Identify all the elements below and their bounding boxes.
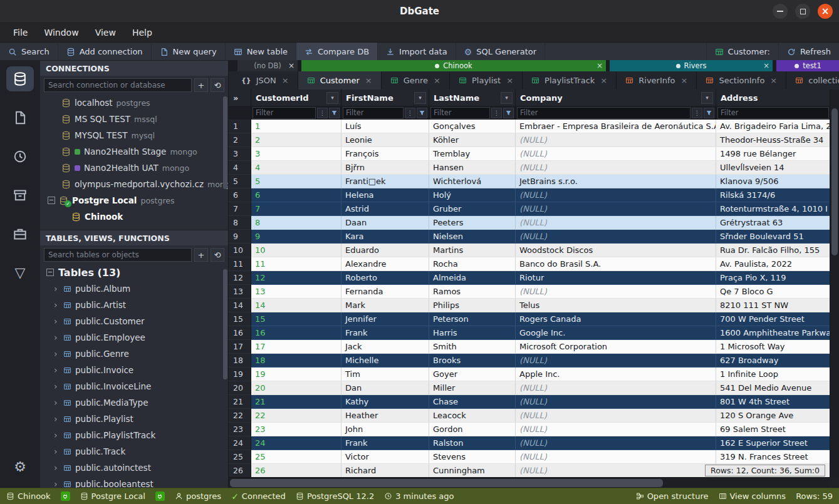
cell-address[interactable]: Klanova 9/506 <box>716 175 830 188</box>
cell-lastname[interactable]: Nielsen <box>429 230 516 244</box>
cell-firstname[interactable]: Richard <box>341 464 429 478</box>
cell-firstname[interactable]: Daan <box>341 216 429 230</box>
column-menu-button[interactable]: ▾ <box>326 92 338 104</box>
cell-firstname[interactable]: Mark <box>341 299 429 312</box>
cell-customerid[interactable]: 17 <box>251 340 341 354</box>
cell-address[interactable]: 1 Infinite Loop <box>716 368 830 381</box>
cell-firstname[interactable]: Franti□ek <box>341 175 429 188</box>
table-public-playlist[interactable]: ›public.Playlist <box>40 411 228 427</box>
expand-chevron[interactable]: › <box>54 430 60 440</box>
cell-customerid[interactable]: 10 <box>251 244 341 257</box>
cell-company[interactable]: Banco do Brasil S.A. <box>516 257 716 271</box>
cell-customerid[interactable]: 18 <box>251 354 341 368</box>
cell-company[interactable]: (NULL) <box>516 423 716 436</box>
cell-address[interactable]: Ullevĺlsveien 14 <box>716 161 830 175</box>
tab-customer[interactable]: Customer× <box>298 71 382 90</box>
table-public-mediatype[interactable]: ›public.MediaType <box>40 394 228 411</box>
cell-firstname[interactable]: Bjřrn <box>341 161 429 175</box>
toolbar-search-button[interactable]: Search <box>0 43 58 61</box>
cell-customerid[interactable]: 14 <box>251 299 341 312</box>
minimize-button[interactable] <box>773 4 788 19</box>
cell-company[interactable]: (NULL) <box>516 216 716 230</box>
table-public-employee[interactable]: ›public.Employee <box>40 329 228 346</box>
expand-chevron[interactable]: › <box>54 446 60 456</box>
cell-company[interactable]: (NULL) <box>516 133 716 147</box>
cell-address[interactable]: 700 W Pender Street <box>716 312 830 326</box>
cell-firstname[interactable]: Kathy <box>341 395 429 409</box>
tab-riverinfo[interactable]: RiverInfo× <box>617 71 697 90</box>
toolbar-add-connection-button[interactable]: Add connection <box>58 43 152 61</box>
expand-rows-button[interactable]: » <box>229 90 251 106</box>
cell-customerid[interactable]: 21 <box>251 395 341 409</box>
filter-funnel-button[interactable] <box>704 108 714 118</box>
cell-lastname[interactable]: Brooks <box>429 354 516 368</box>
cell-firstname[interactable]: Frank <box>341 436 429 450</box>
expand-chevron[interactable]: › <box>54 300 60 310</box>
cell-lastname[interactable]: Ralston <box>429 436 516 450</box>
add-table-mini-button[interactable]: + <box>194 248 208 262</box>
table-public-invoiceline[interactable]: ›public.InvoiceLine <box>40 378 228 394</box>
tab-playlist[interactable]: Playlist× <box>450 71 523 90</box>
cell-customerid[interactable]: 8 <box>251 216 341 230</box>
maximize-button[interactable] <box>795 4 810 19</box>
table-public-album[interactable]: ›public.Album <box>40 280 228 297</box>
cell-firstname[interactable]: Luís <box>341 120 429 133</box>
close-icon[interactable]: × <box>681 76 688 85</box>
tab-playlisttrack[interactable]: PlaylistTrack× <box>523 71 617 90</box>
cell-company[interactable]: (NULL) <box>516 188 716 202</box>
cell-address[interactable]: Rilská 3174/6 <box>716 188 830 202</box>
filter-input-company[interactable] <box>517 107 690 119</box>
cell-company[interactable]: (NULL) <box>516 354 716 368</box>
connection-postgre-local[interactable]: −✓Postgre Localpostgres <box>40 192 228 208</box>
activity-cell-data-button[interactable]: ▽ <box>6 260 34 285</box>
cell-lastname[interactable]: Rocha <box>429 257 516 271</box>
cell-lastname[interactable]: Wichterlová <box>429 175 516 188</box>
cell-address[interactable]: Av. Brigadeiro Faria Lima, 2 <box>716 120 830 133</box>
table-public-playlisttrack[interactable]: ›public.PlaylistTrack <box>40 427 228 443</box>
cell-customerid[interactable]: 16 <box>251 326 341 340</box>
cell-lastname[interactable]: Cunningham <box>429 464 516 478</box>
expand-chevron[interactable]: › <box>54 332 60 342</box>
cell-customerid[interactable]: 11 <box>251 257 341 271</box>
activity-query-history-button[interactable] <box>6 144 34 169</box>
close-icon[interactable]: × <box>434 76 440 85</box>
menu-window[interactable]: Window <box>36 25 86 40</box>
table-public-genre[interactable]: ›public.Genre <box>40 346 228 362</box>
column-header-company[interactable]: Company▾ <box>516 90 716 106</box>
connection-olympus-medportal-vychozi-cz[interactable]: olympus-medportal.vychozi.czmongo <box>40 176 228 192</box>
column-menu-button[interactable]: ▾ <box>701 92 713 104</box>
cell-address[interactable]: 801 W 4th Street <box>716 395 830 409</box>
cell-lastname[interactable]: Peeters <box>429 216 516 230</box>
cell-firstname[interactable]: Astrid <box>341 202 429 216</box>
cell-company[interactable]: JetBrains s.r.o. <box>516 175 716 188</box>
cell-address[interactable]: 1 Microsoft Way <box>716 340 830 354</box>
cell-company[interactable]: Embraer - Empresa Brasileira de Aeronáut… <box>516 120 716 133</box>
cell-address[interactable]: Grétrystraat 63 <box>716 216 830 230</box>
cell-address[interactable]: Praça Pio X, 119 <box>716 271 830 285</box>
cell-lastname[interactable]: Goyer <box>429 368 516 381</box>
close-icon[interactable]: × <box>597 61 603 70</box>
cell-firstname[interactable]: John <box>341 423 429 436</box>
cell-customerid[interactable]: 25 <box>251 450 341 464</box>
cell-company[interactable]: (NULL) <box>516 395 716 409</box>
cell-lastname[interactable]: Ramos <box>429 285 516 299</box>
cell-lastname[interactable]: Almeida <box>429 271 516 285</box>
filter-input-firstname[interactable] <box>343 107 404 119</box>
cell-customerid[interactable]: 6 <box>251 188 341 202</box>
cell-firstname[interactable]: Victor <box>341 450 429 464</box>
cell-customerid[interactable]: 4 <box>251 161 341 175</box>
filter-funnel-button[interactable] <box>329 108 340 118</box>
cell-company[interactable]: (NULL) <box>516 202 716 216</box>
close-icon[interactable]: × <box>770 76 777 85</box>
close-button[interactable]: × <box>818 4 833 19</box>
cell-lastname[interactable]: Gruber <box>429 202 516 216</box>
expand-chevron[interactable]: › <box>54 479 60 488</box>
cell-company[interactable]: (NULL) <box>516 464 716 478</box>
cell-lastname[interactable]: Martins <box>429 244 516 257</box>
refresh-connections-button[interactable]: ⟲ <box>211 78 224 92</box>
cell-customerid[interactable]: 12 <box>251 271 341 285</box>
cell-lastname[interactable]: Hansen <box>429 161 516 175</box>
filter-input-lastname[interactable] <box>430 107 490 119</box>
db-group-rivers[interactable]: Rivers× <box>610 60 773 71</box>
cell-customerid[interactable]: 5 <box>251 175 341 188</box>
